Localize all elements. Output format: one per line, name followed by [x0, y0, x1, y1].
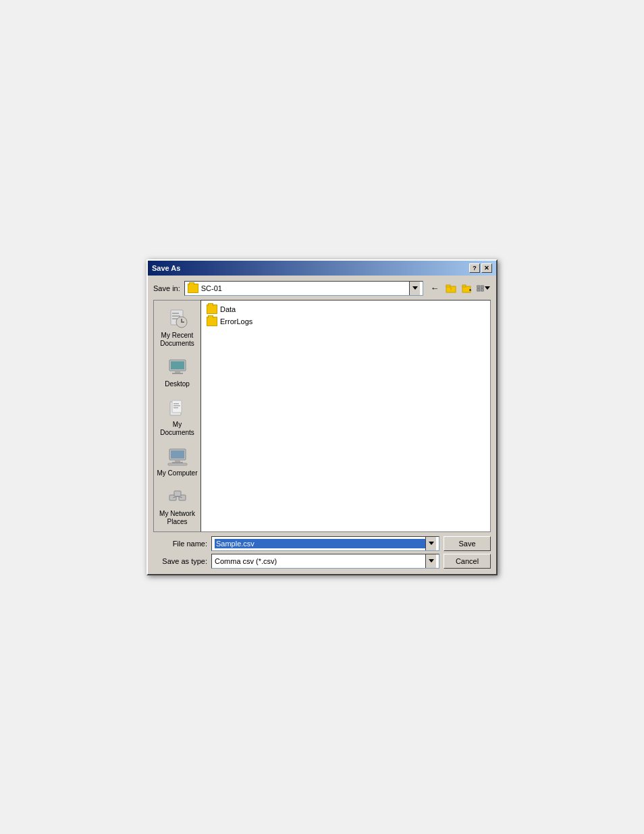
back-button[interactable]: ← [427, 281, 442, 296]
back-arrow-icon: ← [431, 283, 439, 293]
chevron-down-icon [412, 286, 418, 290]
dialog-title: Save As [152, 264, 180, 272]
file-name-errorlogs: ErrorLogs [220, 317, 252, 325]
file-name-data: Data [220, 305, 236, 313]
save-as-type-label: Save as type: [153, 557, 207, 565]
title-bar: Save As ? ✕ [148, 261, 496, 276]
my-network-places-icon [165, 484, 190, 509]
file-item-errorlogs[interactable]: ErrorLogs [204, 315, 487, 328]
save-as-type-dropdown[interactable]: Comma csv (*.csv) [211, 554, 439, 569]
svg-rect-31 [174, 491, 181, 496]
top-bar: Save in: SC-01 ← ↑ [153, 281, 491, 296]
sidebar-label-computer: My Computer [157, 469, 198, 477]
toolbar-buttons: ← ↑ * [427, 281, 491, 296]
save-button[interactable]: Save [444, 536, 491, 551]
svg-rect-6 [477, 285, 480, 287]
svg-rect-23 [173, 407, 178, 409]
up-folder-icon: ↑ [446, 284, 456, 293]
svg-text:*: * [469, 288, 472, 293]
sidebar-label-network: My Network Places [157, 510, 198, 526]
folder-icon-errorlogs [207, 317, 217, 326]
svg-rect-18 [172, 373, 183, 374]
svg-rect-21 [173, 403, 179, 405]
views-chevron-icon [485, 286, 490, 290]
views-button[interactable] [476, 281, 491, 296]
recent-documents-icon [165, 306, 190, 330]
file-name-row: File name: Sample.csv Save [153, 536, 491, 551]
dialog-body: Save in: SC-01 ← ↑ [148, 276, 496, 574]
save-as-type-row: Save as type: Comma csv (*.csv) Cancel [153, 554, 491, 569]
bottom-area: File name: Sample.csv Save Save as type:… [153, 536, 491, 569]
svg-rect-11 [172, 313, 179, 314]
svg-rect-7 [481, 285, 483, 287]
new-folder-button[interactable]: * [460, 281, 475, 296]
sidebar-label-desktop: Desktop [165, 380, 190, 388]
svg-rect-17 [175, 371, 180, 373]
folder-icon [188, 284, 198, 293]
sidebar-item-computer[interactable]: My Computer [156, 441, 199, 480]
file-name-chevron-icon [429, 542, 434, 545]
left-sidebar: My Recent Documents Desktop [153, 300, 200, 532]
svg-rect-20 [172, 400, 182, 413]
sidebar-item-network[interactable]: My Network Places [156, 481, 199, 529]
svg-rect-22 [173, 405, 180, 407]
svg-rect-16 [171, 361, 184, 369]
folder-icon-data [207, 305, 217, 314]
svg-rect-8 [477, 288, 480, 290]
save-as-dialog: Save As ? ✕ Save in: SC-01 ← [146, 259, 498, 575]
sidebar-item-recent[interactable]: My Recent Documents [156, 303, 199, 350]
svg-rect-9 [481, 288, 483, 290]
svg-rect-12 [172, 315, 180, 317]
sidebar-label-documents: My Documents [157, 421, 198, 437]
current-folder-text: SC-01 [201, 284, 406, 292]
help-button[interactable]: ? [469, 263, 480, 273]
my-documents-icon [165, 395, 190, 419]
save-as-type-value: Comma csv (*.csv) [215, 557, 425, 565]
file-name-value: Sample.csv [215, 539, 425, 548]
file-name-input-container[interactable]: Sample.csv [211, 536, 439, 551]
up-one-level-button[interactable]: ↑ [444, 281, 458, 296]
save-in-label: Save in: [153, 284, 180, 292]
file-item-data[interactable]: Data [204, 303, 487, 315]
svg-text:↑: ↑ [450, 286, 452, 291]
title-bar-buttons: ? ✕ [469, 263, 492, 273]
file-name-label: File name: [153, 540, 207, 548]
save-in-dropdown[interactable]: SC-01 [184, 281, 423, 296]
main-area: My Recent Documents Desktop [153, 300, 491, 532]
sidebar-item-desktop[interactable]: Desktop [156, 352, 199, 391]
svg-rect-28 [168, 463, 187, 465]
views-icon [477, 284, 484, 293]
svg-rect-26 [175, 460, 180, 462]
new-folder-icon: * [462, 284, 473, 293]
sidebar-label-recent: My Recent Documents [157, 332, 198, 348]
svg-rect-25 [171, 450, 184, 459]
close-button[interactable]: ✕ [481, 263, 492, 273]
save-in-dropdown-arrow[interactable] [409, 282, 420, 295]
file-name-dropdown-arrow[interactable] [425, 537, 436, 550]
desktop-icon [165, 355, 190, 379]
cancel-button[interactable]: Cancel [444, 554, 491, 569]
save-type-chevron-icon [429, 559, 434, 563]
file-area: Data ErrorLogs [200, 300, 491, 532]
my-computer-icon [165, 444, 190, 468]
sidebar-item-documents[interactable]: My Documents [156, 392, 199, 440]
save-as-type-dropdown-arrow[interactable] [425, 554, 436, 568]
svg-rect-4 [462, 285, 466, 287]
